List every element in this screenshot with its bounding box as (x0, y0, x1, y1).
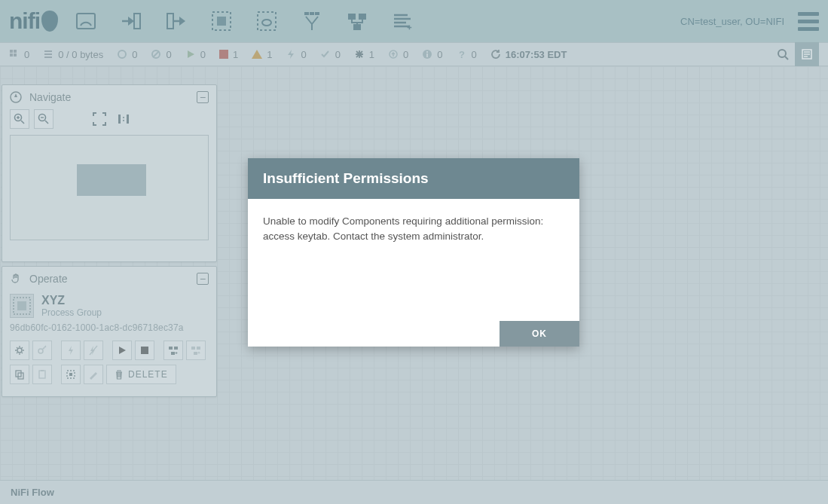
search-button[interactable] (771, 42, 795, 66)
status-value: 0 (335, 49, 341, 60)
status-locally-modified: 1 (354, 49, 374, 60)
svg-rect-5 (258, 12, 276, 30)
svg-rect-41 (197, 347, 200, 350)
status-value: 0 (200, 49, 206, 60)
birdseye-view[interactable] (10, 135, 209, 240)
stop-button[interactable] (135, 341, 154, 360)
status-value: 0 (166, 49, 171, 60)
processor-icon[interactable] (73, 8, 99, 34)
start-button[interactable] (112, 341, 132, 360)
collapse-button[interactable]: − (197, 273, 209, 285)
svg-rect-6 (304, 12, 309, 15)
status-value: 0 (472, 49, 477, 60)
label-icon[interactable] (390, 8, 415, 34)
operate-title: Operate (29, 273, 68, 285)
warning-icon (252, 50, 262, 59)
zoom-in-button[interactable] (10, 109, 29, 129)
svg-text:?: ? (459, 49, 465, 60)
logo: nifi (9, 8, 58, 34)
svg-rect-48 (69, 373, 72, 376)
svg-rect-42 (194, 352, 197, 355)
not-transmit-icon (151, 49, 161, 60)
status-running: 0 (185, 49, 206, 60)
header-right: CN=test_user, OU=NIFI (680, 12, 819, 31)
refresh-icon (490, 49, 501, 60)
status-stopped: 1 (219, 49, 238, 60)
status-value: 0 (403, 49, 408, 60)
status-value: 1 (267, 49, 272, 60)
template-upload-button[interactable] (186, 341, 206, 360)
transmit-icon (117, 49, 127, 60)
svg-rect-15 (14, 53, 17, 57)
status-not-transmitting: 0 (151, 49, 171, 60)
operate-uuid: 96db60fc-0162-1000-1ac8-dc96718ec37a (10, 322, 209, 333)
input-port-icon[interactable] (118, 8, 144, 34)
user-label: CN=test_user, OU=NIFI (680, 16, 784, 27)
color-button[interactable] (84, 365, 103, 384)
operate-panel-header: Operate − (2, 267, 216, 291)
svg-rect-11 (353, 24, 361, 30)
zoom-actual-button[interactable] (114, 109, 133, 129)
app-header: nifi CN=test_user, OU=NIFI (0, 0, 828, 42)
zoom-fit-button[interactable] (90, 109, 109, 129)
operate-actions-row-1 (10, 341, 209, 360)
ok-button[interactable]: OK (500, 321, 579, 347)
list-icon (43, 49, 53, 60)
policies-button[interactable] (32, 341, 52, 360)
dialog-footer: OK (248, 321, 579, 347)
svg-rect-9 (348, 14, 356, 20)
output-port-icon[interactable] (163, 8, 189, 34)
status-sync-fail: ? 0 (457, 49, 477, 60)
menu-icon[interactable] (798, 12, 819, 31)
template-icon[interactable] (344, 8, 370, 34)
info-icon (422, 49, 432, 60)
svg-rect-39 (171, 352, 175, 355)
svg-point-31 (123, 120, 124, 121)
funnel-icon[interactable] (299, 8, 325, 34)
disable-button[interactable] (84, 341, 103, 360)
remote-process-group-icon[interactable] (254, 8, 280, 34)
configure-button[interactable] (10, 341, 29, 360)
status-bar: 0 0 / 0 bytes 0 0 0 1 1 0 (0, 42, 828, 66)
bulletin-button[interactable] (795, 42, 819, 66)
svg-rect-38 (174, 347, 178, 350)
status-bar-right (771, 42, 819, 66)
template-create-button[interactable] (163, 341, 183, 360)
svg-rect-45 (39, 371, 45, 378)
process-group-icon (10, 294, 34, 318)
zoom-out-button[interactable] (34, 109, 53, 129)
status-value: 0 / 0 bytes (58, 49, 103, 60)
svg-rect-4 (217, 17, 226, 26)
enable-button[interactable] (61, 341, 81, 360)
operate-name: XYZ (41, 294, 102, 307)
operate-body: XYZ Process Group 96db60fc-0162-1000-1ac… (2, 291, 216, 392)
arrow-up-icon (388, 49, 399, 60)
hand-icon (10, 273, 22, 285)
paste-button[interactable] (32, 365, 52, 384)
group-button[interactable] (61, 365, 81, 384)
breadcrumb-root[interactable]: NiFi Flow (11, 487, 54, 498)
status-value: 0 (132, 49, 137, 60)
status-refresh[interactable]: 16:07:53 EDT (490, 49, 567, 60)
check-icon (320, 49, 331, 60)
svg-rect-29 (127, 115, 129, 124)
component-toolbar (73, 8, 415, 34)
navigate-title: Navigate (29, 91, 71, 103)
status-locally-stale: 0 (422, 49, 442, 60)
birdseye-component (77, 164, 146, 196)
play-icon (185, 49, 196, 60)
svg-point-16 (118, 50, 126, 58)
copy-button[interactable] (10, 365, 29, 384)
status-value: 1 (369, 49, 374, 60)
status-value: 0 (24, 49, 29, 60)
operate-panel: Operate − XYZ Process Group 96db60fc-016… (2, 266, 217, 397)
navigate-panel: Navigate − (2, 84, 217, 262)
permissions-dialog: Insufficient Permissions Unable to modif… (248, 158, 579, 347)
process-group-icon[interactable] (209, 8, 234, 34)
breadcrumb-bar: NiFi Flow (0, 480, 828, 504)
collapse-button[interactable]: − (197, 91, 209, 103)
svg-rect-7 (310, 12, 314, 15)
svg-rect-21 (426, 51, 428, 53)
svg-rect-0 (77, 14, 95, 29)
delete-button[interactable]: DELETE (106, 365, 176, 384)
